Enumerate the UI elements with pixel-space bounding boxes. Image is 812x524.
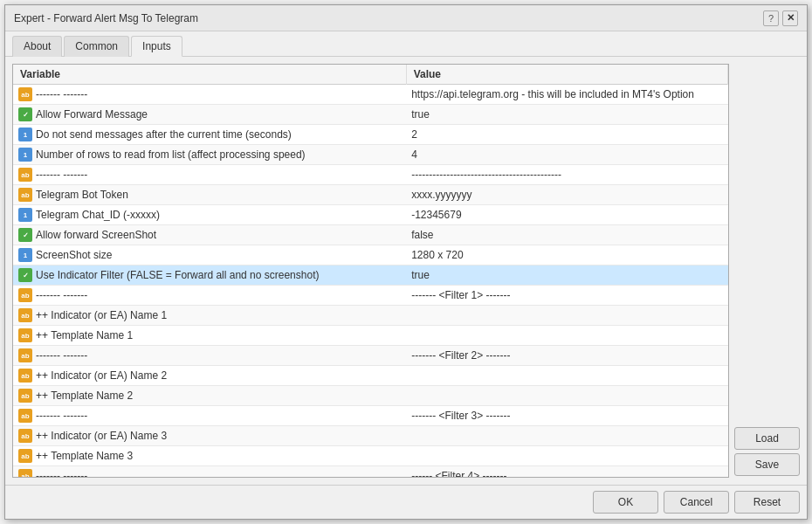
tab-about[interactable]: About — [12, 36, 62, 57]
table-row[interactable]: ab++ Template Name 3 — [13, 446, 728, 466]
table-row[interactable]: ab++ Indicator (or EA) Name 3 — [13, 426, 728, 446]
value-cell: xxxx.yyyyyyy — [406, 185, 727, 205]
variable-name: ScreenShot size — [36, 249, 112, 261]
main-area: Variable Value ab------- -------https://… — [12, 64, 800, 478]
variable-cell: 1Telegram Chat_ID (-xxxxx) — [13, 205, 406, 224]
table-row[interactable]: ab++ Indicator (or EA) Name 1 — [13, 306, 728, 326]
reset-button[interactable]: Reset — [734, 491, 800, 514]
window-title: Expert - Forward Alert Msg To Telegram — [14, 12, 198, 24]
int-icon: 1 — [18, 148, 32, 162]
table-row[interactable]: abTelegram Bot Tokenxxxx.yyyyyyy — [13, 185, 728, 205]
ab-icon: ab — [18, 168, 32, 182]
ab-icon: ab — [18, 87, 32, 101]
table-row[interactable]: ✓Allow Forward Messagetrue — [13, 105, 728, 125]
variable-name: Telegram Bot Token — [36, 189, 128, 201]
value-cell: https://api.telegram.org - this will be … — [406, 85, 727, 105]
ab-icon: ab — [18, 469, 32, 478]
table-row[interactable]: ab------- -------------- <Filter 3> ----… — [13, 406, 728, 426]
col-value-header: Value — [406, 65, 727, 85]
variable-name: ------- ------- — [36, 349, 87, 362]
value-cell: ------- <Filter 2> ------- — [406, 346, 727, 366]
variable-name: Allow Forward Message — [36, 108, 148, 121]
variable-name: ------- ------- — [36, 169, 87, 181]
value-cell — [406, 306, 727, 326]
variable-name: Use Indicator Filter (FALSE = Forward al… — [36, 269, 319, 281]
value-cell — [406, 366, 727, 386]
ab-icon: ab — [18, 348, 32, 362]
table-row[interactable]: ab------- -------------- <Filter 2> ----… — [13, 346, 728, 366]
value-cell: ------ <Filter 4> ------- — [406, 466, 727, 479]
bool-icon: ✓ — [18, 228, 32, 242]
tab-common[interactable]: Common — [64, 36, 129, 57]
table-row[interactable]: 1Number of rows to read from list (affec… — [13, 145, 728, 165]
ab-icon: ab — [18, 328, 32, 342]
table-row[interactable]: ab++ Indicator (or EA) Name 2 — [13, 366, 728, 386]
value-cell: ----------------------------------------… — [406, 165, 727, 185]
table-row[interactable]: 1Telegram Chat_ID (-xxxxx)-12345679 — [13, 205, 728, 225]
variable-cell: ✓Allow Forward Message — [13, 105, 406, 124]
variable-name: ++ Template Name 2 — [36, 390, 133, 402]
int-icon: 1 — [18, 208, 32, 222]
variable-cell: ab++ Template Name 2 — [13, 386, 406, 405]
ab-icon: ab — [18, 308, 32, 322]
table-row[interactable]: ab------- -------------- <Filter 1> ----… — [13, 286, 728, 306]
table-row[interactable]: ab------- ------------- <Filter 4> -----… — [13, 466, 728, 479]
variable-name: ++ Template Name 3 — [36, 450, 133, 462]
value-cell — [406, 446, 727, 466]
tab-inputs[interactable]: Inputs — [131, 36, 182, 57]
value-cell: ------- <Filter 1> ------- — [406, 286, 727, 306]
ab-icon: ab — [18, 449, 32, 463]
title-bar: Expert - Forward Alert Msg To Telegram ?… — [5, 5, 807, 31]
variable-name: ------- ------- — [36, 470, 87, 478]
save-button[interactable]: Save — [734, 453, 800, 476]
value-cell — [406, 326, 727, 346]
variable-name: ------- ------- — [36, 410, 87, 422]
table-row[interactable]: ✓Allow forward ScreenShotfalse — [13, 225, 728, 245]
variable-cell: 1ScreenShot size — [13, 245, 406, 265]
cancel-button[interactable]: Cancel — [664, 491, 729, 514]
variable-cell: ab------- ------- — [13, 346, 406, 365]
table-row[interactable]: 1Do not send messages after the current … — [13, 125, 728, 145]
variable-name: ------- ------- — [36, 88, 87, 100]
table-row[interactable]: ab------- ------------------------------… — [13, 165, 728, 185]
ab-icon: ab — [18, 409, 32, 423]
variable-name: Telegram Chat_ID (-xxxxx) — [36, 209, 160, 221]
bool-icon: ✓ — [18, 107, 32, 121]
window-controls: ? ✕ — [763, 10, 798, 26]
main-window: Expert - Forward Alert Msg To Telegram ?… — [4, 4, 808, 520]
ab-icon: ab — [18, 389, 32, 403]
variable-cell: ab------- ------- — [13, 165, 406, 184]
table-row[interactable]: ab++ Template Name 1 — [13, 326, 728, 346]
variable-name: ++ Indicator (or EA) Name 1 — [36, 309, 167, 321]
col-variable-header: Variable — [13, 65, 406, 85]
load-button[interactable]: Load — [734, 427, 800, 450]
variable-name: Number of rows to read from list (affect… — [36, 148, 306, 161]
side-buttons: Load Save — [729, 64, 800, 478]
variable-name: ------- ------- — [36, 289, 87, 301]
variable-name: ++ Indicator (or EA) Name 2 — [36, 369, 167, 382]
variable-cell: 1Do not send messages after the current … — [13, 125, 406, 144]
value-cell: 2 — [406, 125, 727, 145]
variable-cell: ab------- ------- — [13, 466, 406, 478]
value-cell — [406, 386, 727, 406]
variable-cell: ab++ Indicator (or EA) Name 2 — [13, 366, 406, 385]
variable-cell: ab++ Template Name 1 — [13, 326, 406, 345]
help-button[interactable]: ? — [763, 10, 779, 26]
variables-table-container[interactable]: Variable Value ab------- -------https://… — [12, 64, 729, 478]
bool-icon: ✓ — [18, 268, 32, 282]
int-icon: 1 — [18, 248, 32, 262]
variable-name: ++ Indicator (or EA) Name 3 — [36, 430, 167, 442]
ab-icon: ab — [18, 369, 32, 383]
table-row[interactable]: ab------- -------https://api.telegram.or… — [13, 85, 728, 105]
variable-cell: ab++ Indicator (or EA) Name 3 — [13, 426, 406, 445]
ok-button[interactable]: OK — [593, 491, 658, 514]
tab-bar: About Common Inputs — [5, 31, 807, 57]
variable-name: ++ Template Name 1 — [36, 329, 133, 341]
value-cell — [406, 426, 727, 446]
int-icon: 1 — [18, 128, 32, 141]
close-button[interactable]: ✕ — [782, 10, 798, 26]
table-row[interactable]: ✓Use Indicator Filter (FALSE = Forward a… — [13, 265, 728, 286]
table-row[interactable]: 1ScreenShot size1280 x 720 — [13, 245, 728, 265]
variable-cell: ab------- ------- — [13, 286, 406, 305]
table-row[interactable]: ab++ Template Name 2 — [13, 386, 728, 406]
